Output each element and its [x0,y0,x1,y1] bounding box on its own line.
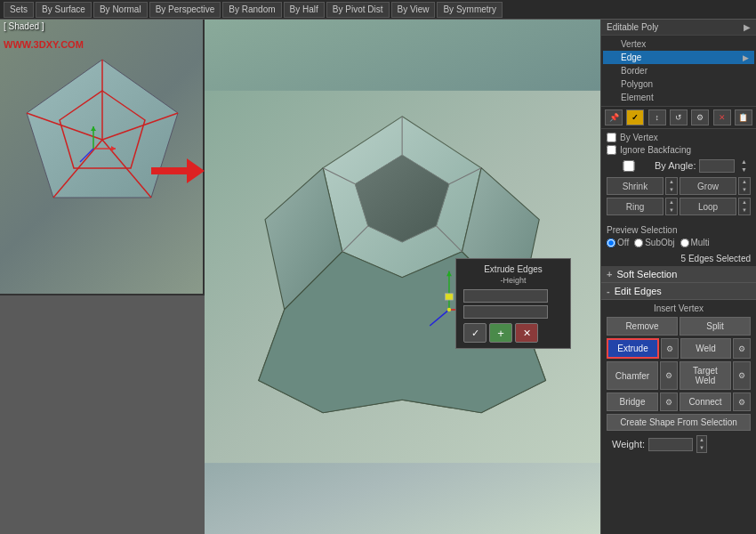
by-angle-checkbox[interactable] [607,160,651,172]
border-label: Border [621,66,647,76]
modifier-stack-header: Editable Poly ▶ [601,20,756,36]
multi-radio-label: Multi [680,238,710,247]
stack-element[interactable]: Element [603,91,754,104]
stack-vertex[interactable]: Vertex [603,37,754,51]
target-weld-button[interactable]: Target Weld [680,361,731,390]
subobj-radio[interactable] [634,239,643,247]
angle-spin-down[interactable]: ▼ [738,166,749,174]
off-radio[interactable] [607,239,615,247]
stack-border[interactable]: Border [603,64,754,77]
angle-spinner[interactable]: ▲ ▼ [738,158,749,174]
shrink-button[interactable]: Shrink [607,177,664,195]
by-surface-button[interactable]: By Surface [36,2,92,18]
selection-options: By Vertex Ignore Backfacing By Angle: 45… [601,129,756,222]
by-random-button[interactable]: By Random [222,2,281,18]
sets-button[interactable]: Sets [4,2,34,18]
width-input[interactable]: 3.0m [463,305,548,319]
remove-button[interactable]: Remove [607,317,678,336]
weight-input[interactable]: 1.0 [648,438,693,451]
angle-spin-up[interactable]: ▲ [738,158,749,166]
multi-label: Multi [691,238,710,247]
ignore-backfacing-row: Ignore Backfacing [607,145,751,155]
by-pivot-dist-button[interactable]: By Pivot Dist [326,2,390,18]
by-vertex-row: By Vertex [607,133,751,142]
multi-radio[interactable] [680,239,689,247]
grow-button[interactable]: Grow [680,177,736,195]
modifier-stack-section: Editable Poly ▶ Vertex Edge ▶ Border Pol… [601,20,756,107]
ignore-backfacing-checkbox[interactable] [607,145,616,155]
polygon-label: Polygon [621,79,653,89]
extrude-settings-button[interactable]: ⚙ [661,338,679,359]
weight-spinner[interactable]: ▲ ▼ [696,435,707,453]
edge-label: Edge [621,53,641,62]
height-input[interactable]: -23.919mm [463,289,548,303]
bridge-button[interactable]: Bridge [607,392,658,411]
extrude-weld-row: Extrude ⚙ Weld ⚙ [607,338,751,359]
extrude-title: Extrude Edges [463,264,563,274]
target-weld-settings-button[interactable]: ⚙ [733,361,751,390]
by-half-button[interactable]: By Half [284,2,325,18]
ring-button[interactable]: Ring [607,198,664,215]
arrow-body [151,167,187,174]
chamfer-settings-button[interactable]: ⚙ [660,361,678,390]
by-vertex-checkbox[interactable] [607,133,616,142]
weld-settings-button[interactable]: ⚙ [733,338,751,359]
viewport-label: [ Shaded ] [4,21,44,31]
loop-spinner[interactable]: ▲ ▼ [738,198,751,215]
by-normal-button[interactable]: By Normal [93,2,148,18]
edit-edges-header[interactable]: - Edit Edges [601,283,756,300]
stack-polygon[interactable]: Polygon [603,77,754,91]
viewport-area[interactable]: [ Shaded ] WWW.3DXY.COM [0,20,600,534]
move-icon[interactable]: ↕ [648,109,666,125]
vertex-label: Vertex [621,39,646,49]
status-text: 5 Edges Selected [601,251,756,266]
loop-button[interactable]: Loop [680,198,736,215]
off-label: Off [617,238,629,247]
weld-button[interactable]: Weld [680,338,731,359]
cancel-dialog-button[interactable]: ✕ [515,323,538,343]
rotate-icon[interactable]: ↺ [670,109,688,125]
edge-arrow-icon: ▶ [743,53,749,62]
plus-button[interactable]: + [489,323,512,343]
large-viewport[interactable]: Extrude Edges -Height -23.919mm 3.0m ✓ +… [205,20,600,534]
soft-selection-label: Soft Selection [616,269,677,279]
edit-edges-label: Edit Edges [615,286,662,296]
subobj-radio-label: SubObj [634,238,674,247]
connect-button[interactable]: Connect [680,392,731,411]
soft-selection-header[interactable]: + Soft Selection [601,266,756,283]
pin2-icon[interactable]: 📋 [735,109,752,125]
ring-spinner[interactable]: ▲ ▼ [665,198,678,215]
svg-point-31 [447,308,451,312]
chamfer-target-row: Chamfer ⚙ Target Weld ⚙ [607,361,751,390]
active-mode-icon[interactable]: ✓ [626,109,644,125]
extrude-button[interactable]: Extrude [607,338,659,359]
extrude-subtitle: -Height [463,276,563,285]
grow-spinner[interactable]: ▲ ▼ [738,177,751,195]
split-button[interactable]: Split [680,317,751,336]
ignore-backfacing-label: Ignore Backfacing [620,145,691,155]
editable-poly-label: Editable Poly [607,22,658,32]
weight-label: Weight: [612,439,645,449]
ok-button[interactable]: ✓ [463,323,487,343]
by-perspective-button[interactable]: By Perspective [149,2,221,18]
create-shape-button[interactable]: Create Shape From Selection [607,414,751,431]
by-view-button[interactable]: By View [391,2,436,18]
preview-selection-label: Preview Selection [607,225,751,235]
remove-split-row: Remove Split [607,317,751,336]
arrow-head [187,158,205,183]
settings-icon[interactable]: ⚙ [691,109,709,125]
stack-edge[interactable]: Edge ▶ [603,51,754,64]
by-angle-row: By Angle: 45.0 ▲ ▼ [607,158,751,174]
connect-settings-button[interactable]: ⚙ [733,392,751,411]
modifier-stack-list: Vertex Edge ▶ Border Polygon Element [601,36,756,106]
edit-edges-content: Insert Vertex Remove Split Extrude ⚙ Wel… [601,300,756,458]
by-symmetry-button[interactable]: By Symmetry [437,2,502,18]
pin-icon[interactable]: 📌 [605,109,623,125]
chamfer-button[interactable]: Chamfer [607,361,658,390]
insert-vertex-label: Insert Vertex [607,303,751,313]
bridge-settings-button[interactable]: ⚙ [660,392,678,411]
shrink-spinner[interactable]: ▲ ▼ [665,177,678,195]
panel-toolbar: 📌 ✓ ↕ ↺ ⚙ ✕ 📋 [601,107,756,129]
close-panel-icon[interactable]: ✕ [713,109,731,125]
angle-input[interactable]: 45.0 [699,159,735,173]
